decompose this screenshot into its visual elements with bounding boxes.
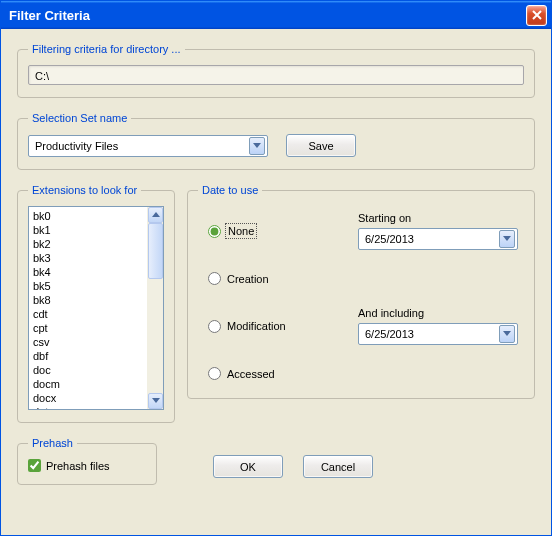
extensions-group: Extensions to look for bk0bk1bk2bk3bk4bk… xyxy=(17,184,175,423)
list-item[interactable]: csv xyxy=(33,335,143,349)
list-item[interactable]: docm xyxy=(33,377,143,391)
window-title: Filter Criteria xyxy=(9,8,90,23)
list-item[interactable]: bk5 xyxy=(33,279,143,293)
directory-path: C:\ xyxy=(28,65,524,85)
radio-accessed-label: Accessed xyxy=(227,368,275,380)
list-item[interactable]: bk0 xyxy=(33,209,143,223)
prehash-label: Prehash files xyxy=(46,460,110,472)
and-including-value: 6/25/2013 xyxy=(365,328,414,340)
list-item[interactable]: doc xyxy=(33,363,143,377)
chevron-down-icon xyxy=(249,137,265,155)
list-item[interactable]: bk8 xyxy=(33,293,143,307)
selection-set-legend: Selection Set name xyxy=(28,112,131,124)
scroll-down-button[interactable] xyxy=(148,393,163,409)
radio-accessed[interactable] xyxy=(208,367,221,380)
list-item[interactable]: cdt xyxy=(33,307,143,321)
date-legend: Date to use xyxy=(198,184,262,196)
starting-on-datepicker[interactable]: 6/25/2013 xyxy=(358,228,518,250)
filtering-legend: Filtering criteria for directory ... xyxy=(28,43,185,55)
scroll-up-button[interactable] xyxy=(148,207,163,223)
scrollbar[interactable] xyxy=(147,207,163,409)
list-item[interactable]: bk4 xyxy=(33,265,143,279)
extensions-items: bk0bk1bk2bk3bk4bk5bk8cdtcptcsvdbfdocdocm… xyxy=(29,207,147,409)
cancel-button[interactable]: Cancel xyxy=(303,455,373,478)
radio-creation[interactable] xyxy=(208,272,221,285)
radio-creation-label: Creation xyxy=(227,273,269,285)
radio-modification-label: Modification xyxy=(227,320,286,332)
ok-button[interactable]: OK xyxy=(213,455,283,478)
list-item[interactable]: bk3 xyxy=(33,251,143,265)
list-item[interactable]: dot xyxy=(33,405,143,409)
scroll-thumb[interactable] xyxy=(148,223,163,279)
radio-modification-row[interactable]: Modification xyxy=(208,320,348,333)
prehash-legend: Prehash xyxy=(28,437,77,449)
filtering-group: Filtering criteria for directory ... C:\ xyxy=(17,43,535,98)
starting-on-value: 6/25/2013 xyxy=(365,233,414,245)
extensions-legend: Extensions to look for xyxy=(28,184,141,196)
radio-none[interactable] xyxy=(208,225,221,238)
chevron-down-icon xyxy=(499,230,515,248)
radio-accessed-row[interactable]: Accessed xyxy=(208,367,348,380)
and-including-datepicker[interactable]: 6/25/2013 xyxy=(358,323,518,345)
starting-on-label: Starting on xyxy=(358,212,518,224)
close-icon xyxy=(532,10,542,20)
date-group: Date to use None Starting on 6/25/2013 C… xyxy=(187,184,535,399)
selection-set-value: Productivity Files xyxy=(35,140,118,152)
radio-creation-row[interactable]: Creation xyxy=(208,272,348,285)
prehash-checkbox[interactable] xyxy=(28,459,41,472)
prehash-group: Prehash Prehash files xyxy=(17,437,157,485)
titlebar: Filter Criteria xyxy=(1,1,551,29)
radio-none-label: None xyxy=(227,225,255,237)
list-item[interactable]: bk2 xyxy=(33,237,143,251)
save-button[interactable]: Save xyxy=(286,134,356,157)
radio-modification[interactable] xyxy=(208,320,221,333)
list-item[interactable]: docx xyxy=(33,391,143,405)
scroll-track[interactable] xyxy=(148,223,163,393)
chevron-down-icon xyxy=(499,325,515,343)
close-button[interactable] xyxy=(526,5,547,26)
list-item[interactable]: bk1 xyxy=(33,223,143,237)
selection-set-dropdown[interactable]: Productivity Files xyxy=(28,135,268,157)
radio-none-row[interactable]: None xyxy=(208,225,348,238)
list-item[interactable]: cpt xyxy=(33,321,143,335)
selection-set-group: Selection Set name Productivity Files Sa… xyxy=(17,112,535,170)
extensions-listbox[interactable]: bk0bk1bk2bk3bk4bk5bk8cdtcptcsvdbfdocdocm… xyxy=(28,206,164,410)
list-item[interactable]: dbf xyxy=(33,349,143,363)
dialog-body: Filtering criteria for directory ... C:\… xyxy=(1,29,551,535)
and-including-label: And including xyxy=(358,307,518,319)
